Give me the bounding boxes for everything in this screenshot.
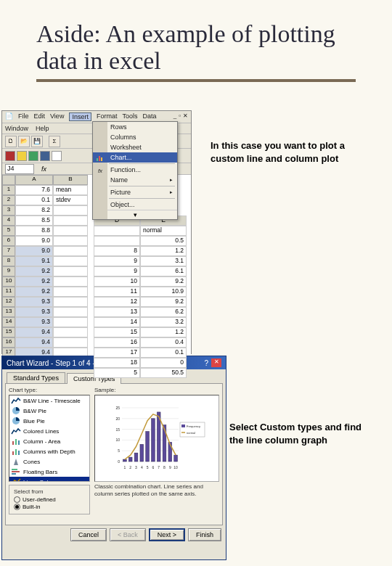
- menu-view[interactable]: View: [50, 112, 64, 121]
- row-header[interactable]: 8: [2, 256, 15, 266]
- cell[interactable]: 12: [94, 297, 140, 307]
- cell[interactable]: 9.2: [15, 287, 53, 297]
- cell[interactable]: [94, 236, 140, 246]
- cell[interactable]: 9: [94, 266, 140, 276]
- tab-standard-types[interactable]: Standard Types: [7, 372, 65, 383]
- color-red-icon[interactable]: [5, 151, 15, 161]
- color-yellow-icon[interactable]: [17, 151, 27, 161]
- cell[interactable]: [53, 266, 88, 276]
- menu-file[interactable]: File: [18, 112, 29, 121]
- cell[interactable]: [53, 216, 88, 226]
- name-box[interactable]: J4: [5, 164, 34, 174]
- cell[interactable]: stdev: [53, 195, 88, 205]
- cell[interactable]: [53, 256, 88, 266]
- cell[interactable]: 14: [94, 317, 140, 327]
- cell[interactable]: 5: [94, 368, 140, 378]
- row-header[interactable]: 15: [2, 327, 15, 337]
- cell[interactable]: 9.0: [15, 236, 53, 246]
- cell[interactable]: 9.4: [15, 327, 53, 337]
- cell[interactable]: 0.1: [140, 348, 187, 358]
- col-header-b[interactable]: B: [53, 175, 88, 185]
- cell[interactable]: 1.2: [140, 327, 187, 337]
- cell[interactable]: 3.1: [140, 256, 187, 266]
- menu-insert[interactable]: Insert: [69, 112, 91, 121]
- col-header-a[interactable]: A: [15, 175, 53, 185]
- menu-item-function[interactable]: fx Function...: [93, 165, 177, 175]
- radio-user-defined[interactable]: User-defined: [14, 496, 85, 503]
- cell[interactable]: 50.5: [140, 368, 187, 378]
- radio-built-in[interactable]: Built-in: [14, 504, 85, 510]
- cell[interactable]: 17: [94, 348, 140, 358]
- cell[interactable]: [53, 276, 88, 287]
- minimize-icon[interactable]: _: [173, 112, 176, 121]
- chart-type-item[interactable]: B&W Pie: [9, 406, 89, 416]
- cell[interactable]: 9.3: [15, 317, 53, 327]
- chart-type-item[interactable]: Blue Pie: [9, 416, 89, 426]
- cell[interactable]: 13: [94, 307, 140, 317]
- menu-item-object[interactable]: Object...: [93, 200, 177, 210]
- row-header[interactable]: 7: [2, 246, 15, 256]
- cell[interactable]: [53, 236, 88, 246]
- row-header[interactable]: 1: [2, 185, 15, 195]
- row-header[interactable]: 10: [2, 276, 15, 287]
- cell[interactable]: [53, 287, 88, 297]
- cell[interactable]: 1.2: [140, 246, 187, 256]
- cell[interactable]: 7.6: [15, 185, 53, 195]
- chart-type-item[interactable]: Column - Area: [9, 436, 89, 446]
- menu-item-chart[interactable]: Chart...: [93, 152, 177, 163]
- cell[interactable]: 8.2: [15, 205, 53, 216]
- insert-menu-popup[interactable]: Rows Columns Worksheet Chart... fx Funct…: [92, 121, 178, 220]
- row-header[interactable]: 9: [2, 266, 15, 276]
- cell[interactable]: 10.9: [140, 287, 187, 297]
- row-header[interactable]: 5: [2, 226, 15, 236]
- cell[interactable]: 15: [94, 327, 140, 337]
- cell[interactable]: 8.8: [15, 226, 53, 236]
- menu-help[interactable]: Help: [36, 125, 49, 132]
- select-all-corner[interactable]: [2, 175, 15, 185]
- cell[interactable]: 9.3: [15, 297, 53, 307]
- chart-type-item[interactable]: Line - Column: [9, 477, 89, 482]
- cell[interactable]: 9.2: [15, 276, 53, 287]
- cell[interactable]: mean: [53, 185, 88, 195]
- maximize-icon[interactable]: ▫: [179, 112, 181, 121]
- chart-type-item[interactable]: Cones: [9, 456, 89, 467]
- finish-button[interactable]: Finish: [188, 528, 221, 541]
- cell[interactable]: [53, 337, 88, 348]
- next-button[interactable]: Next >: [149, 528, 185, 541]
- sum-icon[interactable]: Σ: [49, 136, 60, 147]
- cell[interactable]: 16: [94, 337, 140, 348]
- worksheet-right-columns[interactable]: DEnormal0.581.293.196.1109.21110.9129.21…: [94, 216, 187, 378]
- cell[interactable]: 3.2: [140, 317, 187, 327]
- cancel-button[interactable]: Cancel: [70, 528, 107, 541]
- close-icon[interactable]: ✕: [183, 112, 188, 121]
- chart-type-item[interactable]: B&W Line - Timescale: [9, 395, 89, 406]
- menu-item-columns[interactable]: Columns: [93, 132, 177, 142]
- cell[interactable]: 0.4: [140, 337, 187, 348]
- cell[interactable]: [53, 327, 88, 337]
- cell[interactable]: 6.2: [140, 307, 187, 317]
- menu-window[interactable]: Window: [5, 125, 28, 132]
- cell[interactable]: 0: [140, 358, 187, 368]
- cell[interactable]: [53, 226, 88, 236]
- menu-item-worksheet[interactable]: Worksheet: [93, 142, 177, 152]
- cell[interactable]: 9.2: [140, 297, 187, 307]
- wizard-close-icon[interactable]: ✕: [211, 358, 221, 367]
- window-controls[interactable]: _ ▫ ✕: [173, 112, 188, 121]
- cell[interactable]: 11: [94, 287, 140, 297]
- radio-icon[interactable]: [14, 504, 20, 510]
- back-button[interactable]: < Back: [110, 528, 146, 541]
- cell[interactable]: 0.5: [140, 236, 187, 246]
- row-header[interactable]: 2: [2, 195, 15, 205]
- cell[interactable]: 9: [94, 256, 140, 266]
- open-icon[interactable]: 📂: [18, 136, 30, 147]
- cell[interactable]: 18: [94, 358, 140, 368]
- menu-edit[interactable]: Edit: [34, 112, 46, 121]
- cell[interactable]: 9.4: [15, 337, 53, 348]
- cell[interactable]: [53, 317, 88, 327]
- color-blue-icon[interactable]: [40, 151, 50, 161]
- menu-format[interactable]: Format: [97, 112, 118, 121]
- row-header[interactable]: 6: [2, 236, 15, 246]
- row-header[interactable]: 12: [2, 297, 15, 307]
- cell[interactable]: 10: [94, 276, 140, 287]
- cell[interactable]: 8.5: [15, 216, 53, 226]
